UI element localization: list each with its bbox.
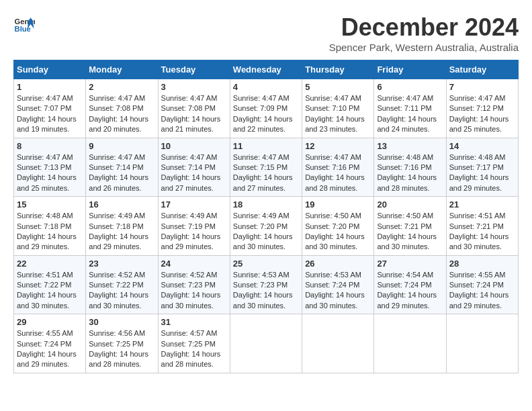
day-number: 5: [305, 82, 371, 92]
sunrise-text: Sunrise: 4:47 AM: [233, 153, 290, 161]
day-info: Sunrise: 4:50 AM Sunset: 7:20 PM Dayligh…: [305, 211, 371, 253]
sunrise-text: Sunrise: 4:51 AM: [17, 271, 73, 279]
day-info: Sunrise: 4:51 AM Sunset: 7:22 PM Dayligh…: [17, 270, 83, 312]
sunrise-text: Sunrise: 4:48 AM: [377, 153, 433, 161]
sunrise-text: Sunrise: 4:52 AM: [161, 271, 218, 279]
sunrise-text: Sunrise: 4:47 AM: [17, 153, 73, 161]
daylight-text: Daylight: 14 hours and 30 minutes.: [233, 291, 293, 309]
daylight-text: Daylight: 14 hours and 29 minutes.: [89, 232, 148, 250]
table-row: 23 Sunrise: 4:52 AM Sunset: 7:22 PM Dayl…: [86, 255, 158, 314]
day-info: Sunrise: 4:57 AM Sunset: 7:25 PM Dayligh…: [161, 328, 227, 370]
day-number: 7: [449, 82, 515, 92]
sunrise-text: Sunrise: 4:51 AM: [449, 212, 506, 220]
day-info: Sunrise: 4:52 AM Sunset: 7:23 PM Dayligh…: [161, 270, 227, 312]
daylight-text: Daylight: 14 hours and 23 minutes.: [305, 115, 365, 133]
table-row: 30 Sunrise: 4:56 AM Sunset: 7:25 PM Dayl…: [86, 314, 158, 373]
daylight-text: Daylight: 14 hours and 27 minutes.: [161, 173, 221, 191]
table-row: [230, 314, 302, 373]
col-saturday: Saturday: [446, 60, 518, 79]
sunrise-text: Sunrise: 4:52 AM: [89, 271, 145, 279]
table-row: [302, 314, 374, 373]
table-row: 24 Sunrise: 4:52 AM Sunset: 7:23 PM Dayl…: [158, 255, 230, 314]
sunset-text: Sunset: 7:15 PM: [233, 163, 287, 171]
day-info: Sunrise: 4:53 AM Sunset: 7:24 PM Dayligh…: [305, 270, 371, 312]
day-info: Sunrise: 4:50 AM Sunset: 7:21 PM Dayligh…: [377, 211, 443, 253]
sunset-text: Sunset: 7:11 PM: [377, 104, 431, 112]
sunset-text: Sunset: 7:19 PM: [161, 222, 216, 230]
daylight-text: Daylight: 14 hours and 20 minutes.: [89, 115, 148, 133]
sunset-text: Sunset: 7:20 PM: [305, 222, 359, 230]
table-row: 1 Sunrise: 4:47 AM Sunset: 7:07 PM Dayli…: [14, 79, 86, 138]
daylight-text: Daylight: 14 hours and 24 minutes.: [377, 115, 437, 133]
day-info: Sunrise: 4:48 AM Sunset: 7:17 PM Dayligh…: [449, 152, 515, 194]
daylight-text: Daylight: 14 hours and 30 minutes.: [377, 232, 437, 250]
table-row: 26 Sunrise: 4:53 AM Sunset: 7:24 PM Dayl…: [302, 255, 374, 314]
daylight-text: Daylight: 14 hours and 30 minutes.: [17, 291, 77, 309]
month-title: December 2024: [329, 13, 519, 42]
daylight-text: Daylight: 14 hours and 30 minutes.: [233, 232, 293, 250]
day-info: Sunrise: 4:51 AM Sunset: 7:21 PM Dayligh…: [449, 211, 515, 253]
day-number: 18: [233, 199, 299, 210]
table-row: 22 Sunrise: 4:51 AM Sunset: 7:22 PM Dayl…: [14, 255, 86, 314]
sunrise-text: Sunrise: 4:47 AM: [89, 94, 145, 102]
day-number: 20: [377, 199, 443, 210]
day-number: 13: [377, 141, 443, 151]
sunset-text: Sunset: 7:22 PM: [89, 281, 143, 289]
table-row: 31 Sunrise: 4:57 AM Sunset: 7:25 PM Dayl…: [158, 314, 230, 373]
sunrise-text: Sunrise: 4:47 AM: [377, 94, 433, 102]
day-number: 11: [233, 141, 299, 151]
day-info: Sunrise: 4:54 AM Sunset: 7:24 PM Dayligh…: [377, 270, 443, 312]
day-number: 27: [377, 259, 443, 269]
day-number: 30: [89, 317, 154, 327]
sunset-text: Sunset: 7:16 PM: [305, 163, 359, 171]
daylight-text: Daylight: 14 hours and 26 minutes.: [89, 173, 148, 191]
sunset-text: Sunset: 7:07 PM: [17, 104, 71, 112]
table-row: 11 Sunrise: 4:47 AM Sunset: 7:15 PM Dayl…: [230, 138, 302, 197]
day-info: Sunrise: 4:48 AM Sunset: 7:18 PM Dayligh…: [17, 211, 83, 253]
logo: General Blue: [13, 13, 35, 35]
sunrise-text: Sunrise: 4:48 AM: [449, 153, 506, 161]
sunrise-text: Sunrise: 4:54 AM: [377, 271, 433, 279]
daylight-text: Daylight: 14 hours and 30 minutes.: [449, 232, 509, 250]
col-sunday: Sunday: [14, 60, 86, 79]
table-row: 14 Sunrise: 4:48 AM Sunset: 7:17 PM Dayl…: [446, 138, 518, 197]
table-row: 9 Sunrise: 4:47 AM Sunset: 7:14 PM Dayli…: [86, 138, 158, 197]
sunset-text: Sunset: 7:18 PM: [89, 222, 143, 230]
table-row: 25 Sunrise: 4:53 AM Sunset: 7:23 PM Dayl…: [230, 255, 302, 314]
daylight-text: Daylight: 14 hours and 29 minutes.: [161, 232, 221, 250]
day-number: 23: [89, 259, 154, 269]
daylight-text: Daylight: 14 hours and 30 minutes.: [305, 291, 365, 309]
day-info: Sunrise: 4:47 AM Sunset: 7:08 PM Dayligh…: [161, 93, 227, 135]
day-info: Sunrise: 4:47 AM Sunset: 7:07 PM Dayligh…: [17, 93, 83, 135]
day-info: Sunrise: 4:47 AM Sunset: 7:08 PM Dayligh…: [89, 93, 154, 135]
day-info: Sunrise: 4:47 AM Sunset: 7:09 PM Dayligh…: [233, 93, 299, 135]
day-info: Sunrise: 4:47 AM Sunset: 7:13 PM Dayligh…: [17, 152, 83, 194]
sunset-text: Sunset: 7:21 PM: [377, 222, 431, 230]
calendar-week-row: 1 Sunrise: 4:47 AM Sunset: 7:07 PM Dayli…: [14, 79, 519, 138]
sunset-text: Sunset: 7:23 PM: [161, 281, 216, 289]
sunrise-text: Sunrise: 4:53 AM: [233, 271, 290, 279]
sunset-text: Sunset: 7:24 PM: [17, 340, 71, 348]
calendar-header-row: Sunday Monday Tuesday Wednesday Thursday…: [14, 60, 519, 79]
daylight-text: Daylight: 14 hours and 21 minutes.: [161, 115, 221, 133]
sunrise-text: Sunrise: 4:55 AM: [17, 329, 73, 337]
col-thursday: Thursday: [302, 60, 374, 79]
daylight-text: Daylight: 14 hours and 30 minutes.: [89, 291, 148, 309]
calendar-week-row: 22 Sunrise: 4:51 AM Sunset: 7:22 PM Dayl…: [14, 255, 519, 314]
table-row: [446, 314, 518, 373]
table-row: 4 Sunrise: 4:47 AM Sunset: 7:09 PM Dayli…: [230, 79, 302, 138]
table-row: 18 Sunrise: 4:49 AM Sunset: 7:20 PM Dayl…: [230, 197, 302, 256]
sunset-text: Sunset: 7:14 PM: [161, 163, 216, 171]
sunrise-text: Sunrise: 4:47 AM: [17, 94, 73, 102]
day-info: Sunrise: 4:53 AM Sunset: 7:23 PM Dayligh…: [233, 270, 299, 312]
daylight-text: Daylight: 14 hours and 30 minutes.: [305, 232, 365, 250]
sunrise-text: Sunrise: 4:49 AM: [233, 212, 290, 220]
sunset-text: Sunset: 7:24 PM: [449, 281, 504, 289]
col-wednesday: Wednesday: [230, 60, 302, 79]
sunset-text: Sunset: 7:21 PM: [449, 222, 504, 230]
daylight-text: Daylight: 14 hours and 25 minutes.: [449, 115, 509, 133]
sunset-text: Sunset: 7:10 PM: [305, 104, 359, 112]
sunrise-text: Sunrise: 4:47 AM: [161, 94, 218, 102]
day-number: 24: [161, 259, 227, 269]
daylight-text: Daylight: 14 hours and 28 minutes.: [305, 173, 365, 191]
